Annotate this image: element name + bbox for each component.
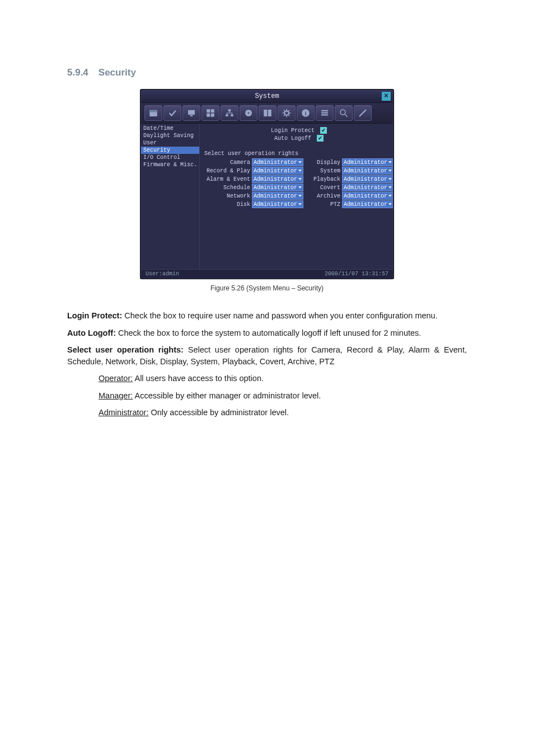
svg-rect-8	[228, 109, 231, 111]
right-display-select[interactable]: Administrator	[342, 158, 394, 166]
chevron-down-icon	[388, 178, 392, 180]
svg-rect-20	[321, 114, 328, 115]
right-alarm-event-select[interactable]: Administrator	[252, 175, 303, 183]
login-protect-label: Login Protect	[271, 128, 315, 134]
right-schedule-label: Schedule	[204, 185, 252, 191]
chevron-down-icon	[298, 203, 302, 205]
sidebar-item-io-control[interactable]: I/O Control	[141, 154, 199, 161]
right-covert-select[interactable]: Administrator	[342, 184, 394, 191]
chevron-down-icon	[298, 161, 302, 163]
right-record-play-label: Record & Play	[204, 168, 252, 174]
svg-line-22	[345, 114, 348, 117]
toolbar-layout-icon[interactable]	[202, 105, 219, 121]
status-bar: User:admin 2008/11/07 13:31:57	[141, 269, 393, 278]
sidebar-item-firmware-misc[interactable]: Firmware & Misc.	[141, 161, 199, 168]
right-network-label: Network	[204, 193, 252, 199]
svg-point-12	[248, 112, 250, 114]
login-protect-checkbox[interactable]: ✔	[320, 127, 327, 134]
svg-rect-19	[321, 112, 328, 114]
auto-logoff-label: Auto Logoff	[274, 135, 311, 142]
status-user: User:admin	[146, 271, 179, 277]
svg-rect-14	[268, 110, 271, 116]
right-camera-select[interactable]: Administrator	[252, 158, 303, 166]
right-archive-label: Archive	[311, 193, 342, 199]
chevron-down-icon	[388, 186, 392, 189]
sidebar-item-user[interactable]: User	[141, 139, 199, 147]
svg-rect-3	[190, 115, 193, 116]
manager-term: Manager:	[99, 391, 133, 400]
right-covert-label: Covert	[311, 185, 342, 191]
auto-logoff-desc: Check the box to force the system to aut…	[116, 328, 421, 337]
status-datetime: 2008/11/07 13:31:57	[325, 271, 388, 277]
auto-logoff-term: Auto Logoff:	[67, 328, 116, 337]
login-protect-desc: Check the box to require user name and p…	[122, 311, 437, 320]
svg-rect-7	[211, 114, 214, 117]
right-disk-select[interactable]: Administrator	[252, 200, 303, 208]
rights-title: Select user operation rights	[204, 151, 394, 157]
chevron-down-icon	[298, 195, 302, 197]
window-title: System	[255, 92, 279, 100]
toolbar-network-icon[interactable]	[221, 105, 238, 121]
right-ptz-select[interactable]: Administrator	[342, 200, 394, 208]
toolbar-gear-icon[interactable]	[278, 105, 296, 121]
operator-desc: All users have access to this option.	[133, 374, 264, 383]
administrator-desc: Only accessible by administrator level.	[148, 408, 289, 417]
toolbar-split-icon[interactable]	[259, 105, 277, 121]
right-disk-label: Disk	[204, 201, 252, 208]
right-ptz-label: PTZ	[311, 201, 342, 208]
chevron-down-icon	[388, 195, 392, 197]
svg-rect-18	[321, 110, 328, 111]
operator-term: Operator:	[99, 374, 133, 383]
section-heading: 5.9.4Security	[67, 67, 467, 78]
chevron-down-icon	[298, 170, 302, 172]
svg-text:i: i	[305, 110, 307, 116]
chevron-down-icon	[388, 170, 392, 172]
svg-rect-6	[207, 114, 210, 117]
figure-caption: Figure 5.26 (System Menu – Security)	[67, 284, 467, 292]
svg-rect-13	[264, 110, 267, 116]
svg-rect-10	[231, 114, 233, 116]
right-network-select[interactable]: Administrator	[252, 192, 303, 200]
svg-rect-9	[226, 114, 228, 116]
system-window: System × i Date/Time Dayli	[140, 90, 394, 279]
right-system-label: System	[311, 168, 342, 174]
sidebar-item-security[interactable]: Security	[141, 147, 199, 154]
toolbar-check-icon[interactable]	[163, 105, 181, 121]
toolbar-info-icon[interactable]: i	[297, 105, 315, 121]
auto-logoff-checkbox[interactable]: ✔	[317, 135, 324, 142]
chevron-down-icon	[298, 178, 302, 180]
svg-point-15	[284, 111, 289, 115]
sidebar-item-date-time[interactable]: Date/Time	[141, 125, 199, 132]
right-system-select[interactable]: Administrator	[342, 167, 394, 175]
right-playback-select[interactable]: Administrator	[342, 175, 394, 183]
sidebar-item-daylight-saving[interactable]: Daylight Saving	[141, 132, 199, 139]
right-archive-select[interactable]: Administrator	[342, 192, 394, 200]
toolbar-tools-icon[interactable]	[354, 105, 372, 121]
svg-rect-5	[211, 109, 214, 112]
svg-rect-1	[149, 110, 157, 112]
right-record-play-select[interactable]: Administrator	[252, 167, 303, 175]
chevron-down-icon	[388, 161, 392, 163]
toolbar-search-icon[interactable]	[335, 105, 353, 121]
svg-rect-4	[207, 109, 210, 112]
section-title: Security	[99, 67, 136, 78]
close-icon[interactable]: ×	[382, 92, 391, 101]
svg-rect-2	[188, 110, 195, 115]
toolbar: i	[141, 103, 393, 124]
right-camera-label: Camera	[204, 159, 252, 166]
chevron-down-icon	[298, 186, 302, 189]
toolbar-disk-icon[interactable]	[240, 105, 257, 121]
window-titlebar: System ×	[141, 90, 393, 103]
select-rights-term: Select user operation rights:	[67, 345, 184, 354]
sidebar: Date/Time Daylight Saving User Security …	[141, 124, 200, 269]
content-pane: Login Protect ✔ Auto Logoff ✔ Select use…	[200, 124, 394, 269]
manager-desc: Accessible by either manager or administ…	[133, 391, 321, 400]
toolbar-list-icon[interactable]	[316, 105, 334, 121]
chevron-down-icon	[388, 203, 392, 205]
right-display-label: Display	[311, 159, 342, 166]
right-schedule-select[interactable]: Administrator	[252, 184, 303, 191]
toolbar-monitor-icon[interactable]	[182, 105, 200, 121]
body-text: Login Protect: Check the box to require …	[67, 310, 467, 419]
toolbar-calendar-icon[interactable]	[144, 105, 162, 121]
administrator-term: Administrator:	[99, 408, 148, 417]
